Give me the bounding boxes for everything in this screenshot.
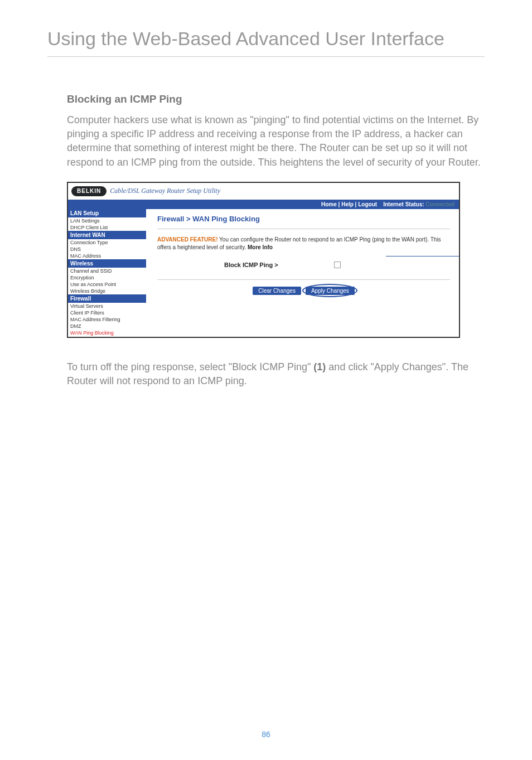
sidebar-item-virtual-servers[interactable]: Virtual Servers: [68, 303, 146, 309]
section-heading: Blocking an ICMP Ping: [47, 93, 485, 105]
button-row: Clear Changes Apply Changes: [157, 287, 450, 295]
sidebar-section-wan: Internet WAN: [68, 231, 146, 239]
advanced-prefix: ADVANCED FEATURE!: [157, 236, 218, 243]
sidebar-item-security-log[interactable]: Security Log: [68, 336, 146, 338]
status-value: Connected: [425, 201, 454, 207]
sidebar-item-conn-type[interactable]: Connection Type: [68, 239, 146, 246]
closing-callout: (1): [313, 361, 326, 372]
sidebar-item-client-filters[interactable]: Client IP Filters: [68, 309, 146, 316]
sidebar-item-channel[interactable]: Channel and SSID: [68, 268, 146, 274]
sidebar-section-firewall: Firewall: [68, 294, 146, 303]
block-row: Block ICMP Ping >: [157, 262, 450, 268]
closing-prefix: To turn off the ping response, select "B…: [67, 361, 313, 372]
router-header: BELKIN Cable/DSL Gateway Router Setup Ut…: [68, 183, 459, 200]
block-icmp-checkbox[interactable]: [334, 262, 341, 268]
sidebar-item-access-point[interactable]: Use as Access Point: [68, 281, 146, 288]
apply-label: Apply Changes: [311, 288, 349, 294]
content-title: Firewall > WAN Ping Blocking: [157, 215, 450, 223]
sidebar-item-dmz[interactable]: DMZ: [68, 323, 146, 330]
router-topbar: Home | Help | Logout Internet Status: Co…: [68, 200, 459, 209]
belkin-logo: BELKIN: [71, 186, 107, 196]
router-sidebar: LAN Setup LAN Settings DHCP Client List …: [68, 209, 146, 335]
block-icmp-label: Block ICMP Ping >: [224, 262, 278, 268]
sidebar-item-dns[interactable]: DNS: [68, 246, 146, 253]
sidebar-item-wan-ping[interactable]: WAN Ping Blocking: [68, 330, 146, 336]
status-label: Internet Status:: [383, 201, 424, 207]
content-desc: ADVANCED FEATURE! You can configure the …: [157, 236, 450, 251]
router-subtitle: Cable/DSL Gateway Router Setup Utility: [110, 187, 220, 195]
clear-changes-button[interactable]: Clear Changes: [253, 287, 301, 295]
sidebar-item-mac[interactable]: MAC Address: [68, 253, 146, 259]
sidebar-item-dhcp[interactable]: DHCP Client List: [68, 224, 146, 231]
sidebar-section-lan: LAN Setup: [68, 209, 146, 217]
divider-2: [157, 279, 450, 280]
apply-changes-button[interactable]: Apply Changes: [306, 287, 355, 295]
sidebar-item-bridge[interactable]: Wireless Bridge: [68, 288, 146, 294]
router-content: Firewall > WAN Ping Blocking ADVANCED FE…: [146, 209, 459, 335]
sidebar-item-encryption[interactable]: Encryption: [68, 274, 146, 281]
sidebar-item-lan-settings[interactable]: LAN Settings: [68, 217, 146, 224]
divider: [157, 229, 450, 229]
router-screenshot: BELKIN Cable/DSL Gateway Router Setup Ut…: [67, 182, 460, 338]
topbar-links[interactable]: Home | Help | Logout: [321, 201, 377, 207]
callout-leader: [386, 256, 460, 256]
sidebar-item-mac-filtering[interactable]: MAC Address Filtering: [68, 316, 146, 323]
page-title: Using the Web-Based Advanced User Interf…: [47, 28, 485, 57]
page-number: 86: [0, 730, 532, 739]
closing-text: To turn off the ping response, select "B…: [47, 360, 485, 388]
section-body: Computer hackers use what is known as "p…: [47, 113, 485, 170]
sidebar-section-wireless: Wireless: [68, 259, 146, 268]
more-info-link[interactable]: More Info: [248, 244, 273, 250]
